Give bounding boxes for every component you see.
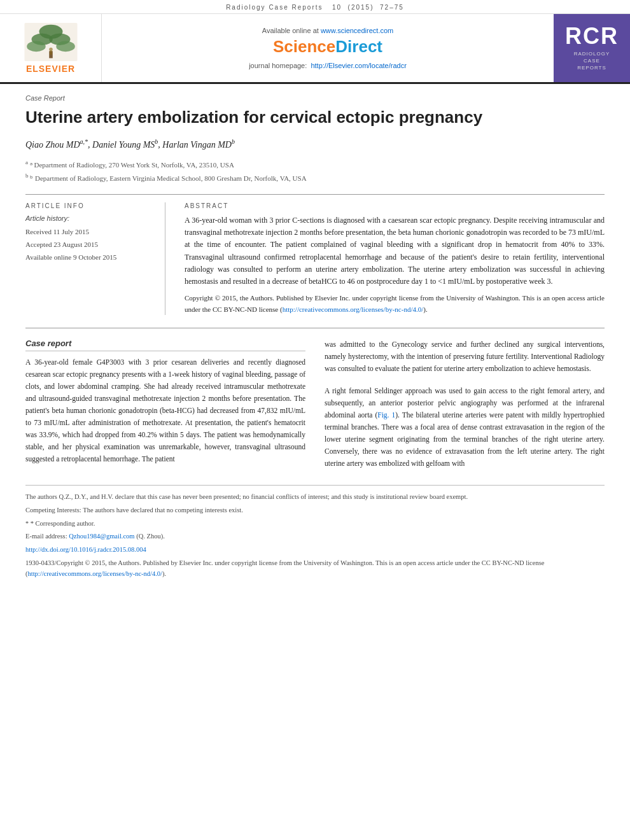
- received-date: Received 11 July 2015: [25, 226, 152, 239]
- body-col-right: was admitted to the Gynecology service a…: [325, 339, 605, 470]
- journal-pages: 72–75: [380, 4, 404, 11]
- case-report-text-right: was admitted to the Gynecology service a…: [325, 339, 605, 375]
- elsevier-tree-icon: [22, 23, 80, 61]
- svg-point-5: [56, 41, 75, 52]
- case-report-heading: Case report: [25, 339, 305, 351]
- abstract-column: ABSTRACT A 36-year-old woman with 3 prio…: [185, 202, 605, 315]
- footnote-cc-link[interactable]: http://creativecommons.org/licenses/by-n…: [28, 570, 163, 577]
- fig1-link[interactable]: Fig. 1: [377, 411, 395, 419]
- main-content: Case Report Uterine artery embolization …: [0, 94, 630, 580]
- journal-banner: Radiology Case Reports 10 (2015) 72–75: [0, 0, 630, 14]
- article-title: Uterine artery embolization for cervical…: [25, 107, 605, 129]
- body-col-left: Case report A 36-year-old female G4P3003…: [25, 339, 305, 470]
- cc-license-link[interactable]: http://creativecommons.org/licenses/by-n…: [283, 305, 424, 313]
- affiliations: a ᵃ Department of Radiology, 270 West Yo…: [25, 158, 605, 184]
- divider-1: [25, 194, 605, 195]
- footnote-competing: Competing Interests: The authors have de…: [25, 505, 605, 516]
- sciencedirect-url[interactable]: www.sciencedirect.com: [321, 27, 393, 34]
- article-info-heading: ARTICLE INFO: [25, 202, 152, 209]
- journal-volume: 10: [332, 4, 342, 11]
- svg-point-4: [27, 41, 46, 52]
- article-info-column: ARTICLE INFO Article history: Received 1…: [25, 202, 165, 315]
- authors: Qiao Zhou MDa,*, Daniel Young MSb, Harla…: [25, 139, 605, 151]
- abstract-heading: ABSTRACT: [185, 202, 605, 209]
- rcr-badge-area: RCR RADIOLOGY CASE REPORTS: [554, 14, 630, 82]
- article-type-label: Case Report: [25, 94, 605, 102]
- accepted-date: Accepted 23 August 2015: [25, 239, 152, 251]
- footnote-doi: http://dx.doi.org/10.1016/j.radcr.2015.0…: [25, 545, 605, 556]
- available-online-text: Available online at www.sciencedirect.co…: [262, 27, 393, 34]
- footnote-conflict: The authors Q.Z., D.Y., and H.V. declare…: [25, 492, 605, 503]
- rcr-subtitle: RADIOLOGY CASE REPORTS: [574, 50, 610, 72]
- footnote-email: E-mail address: Qzhou1984@gmail.com (Q. …: [25, 531, 605, 542]
- journal-homepage-link[interactable]: http://Elsevier.com/locate/radcr: [311, 62, 406, 69]
- journal-year: 2015: [351, 4, 370, 11]
- author-email-link[interactable]: Qzhou1984@gmail.com: [69, 533, 134, 540]
- header: ELSEVIER Available online at www.science…: [0, 14, 630, 84]
- article-info-abstract: ARTICLE INFO Article history: Received 1…: [25, 202, 605, 315]
- footnote-corresponding: * * Corresponding author.: [25, 519, 605, 529]
- elsevier-logo: ELSEVIER: [22, 23, 80, 74]
- sciencedirect-logo: ScienceDirect: [273, 37, 382, 57]
- footnote-license: 1930-0433/Copyright © 2015, the Authors.…: [25, 558, 605, 580]
- elsevier-logo-area: ELSEVIER: [0, 14, 102, 82]
- svg-rect-8: [50, 50, 52, 54]
- case-report-text-left: A 36-year-old female G4P3003 with 3 prio…: [25, 356, 305, 465]
- doi-link[interactable]: http://dx.doi.org/10.1016/j.radcr.2015.0…: [25, 546, 146, 553]
- available-online-date: Available online 9 October 2015: [25, 251, 152, 264]
- rcr-letters: RCR: [565, 25, 619, 48]
- abstract-text: A 36-year-old woman with 3 prior C-secti…: [185, 214, 605, 288]
- journal-homepage-text: journal homepage: http://Elsevier.com/lo…: [249, 62, 407, 69]
- article-history-label: Article history:: [25, 214, 152, 222]
- elsevier-wordmark: ELSEVIER: [26, 64, 75, 74]
- sciencedirect-area: Available online at www.sciencedirect.co…: [102, 14, 554, 82]
- journal-name: Radiology Case Reports: [226, 4, 323, 11]
- body-content: Case report A 36-year-old female G4P3003…: [25, 328, 605, 470]
- case-report-text-right-2: A right femoral Seldinger approach was u…: [325, 385, 605, 470]
- footnotes: The authors Q.Z., D.Y., and H.V. declare…: [25, 485, 605, 580]
- rcr-badge: RCR RADIOLOGY CASE REPORTS: [565, 25, 619, 72]
- body-two-col: Case report A 36-year-old female G4P3003…: [25, 339, 605, 470]
- abstract-copyright: Copyright © 2015, the Authors. Published…: [185, 293, 605, 315]
